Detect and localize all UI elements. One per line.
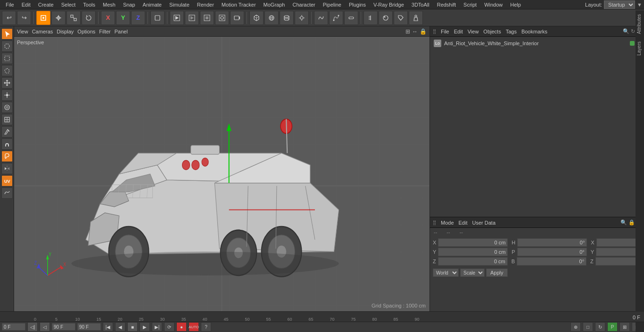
- om-view-menu[interactable]: View: [468, 29, 479, 34]
- pointer-tool-button[interactable]: [1, 28, 13, 40]
- move-tool-tl-button[interactable]: ⊕: [570, 322, 581, 332]
- record-button[interactable]: ●: [176, 322, 187, 332]
- spline-button[interactable]: [314, 11, 328, 25]
- start-frame-input[interactable]: [2, 323, 25, 331]
- nurbs-button[interactable]: [329, 11, 343, 25]
- menu-pipeline[interactable]: Pipeline: [319, 0, 345, 9]
- viewport-canvas[interactable]: X Y Z Perspective Grid Spacing : 1000 cm: [14, 37, 429, 311]
- menu-animate[interactable]: Animate: [139, 0, 165, 9]
- camera-button[interactable]: [230, 11, 244, 25]
- layout-select[interactable]: Startup: [604, 0, 635, 9]
- mirror-button[interactable]: [1, 163, 13, 174]
- om-file-menu[interactable]: File: [441, 29, 449, 34]
- attr-mode-menu[interactable]: Mode: [441, 220, 454, 226]
- play-back-button[interactable]: ◀: [115, 322, 125, 332]
- om-refresh-icon[interactable]: ↻: [631, 28, 635, 34]
- attr-edit-menu[interactable]: Edit: [459, 220, 468, 226]
- z-axis-button[interactable]: Z: [131, 11, 145, 25]
- menu-create[interactable]: Create: [34, 0, 58, 9]
- light-button[interactable]: [295, 11, 309, 25]
- world-dropdown[interactable]: World Object: [433, 268, 459, 277]
- visibility-dot[interactable]: [630, 41, 635, 46]
- om-edit-menu[interactable]: Edit: [454, 29, 463, 34]
- frame-back-button[interactable]: ◁: [40, 322, 50, 332]
- menu-tools[interactable]: Tools: [79, 0, 99, 9]
- viewport-options-menu[interactable]: Options: [77, 29, 95, 34]
- menu-plugins[interactable]: Plugins: [345, 0, 370, 9]
- viewport-view-menu[interactable]: View: [17, 29, 28, 34]
- paint-button[interactable]: [1, 151, 13, 162]
- rect-selection-button[interactable]: [1, 53, 13, 64]
- apply-button[interactable]: Apply: [486, 268, 508, 277]
- config-icon[interactable]: ↔: [412, 28, 418, 35]
- character-tool-button[interactable]: [409, 11, 423, 25]
- sphere-button[interactable]: [264, 11, 279, 25]
- menu-character[interactable]: Character: [289, 0, 319, 9]
- lock-icon[interactable]: 🔒: [420, 28, 427, 35]
- rot-b-input[interactable]: [517, 257, 586, 266]
- viewport-panel-menu[interactable]: Panel: [115, 29, 128, 34]
- redo-button[interactable]: ↪: [17, 11, 31, 25]
- render-settings-button[interactable]: [215, 11, 229, 25]
- om-search-icon[interactable]: 🔍: [623, 28, 629, 34]
- rot-p-input[interactable]: [517, 248, 587, 256]
- select-tool-tl-button[interactable]: □: [583, 322, 593, 332]
- scale-tool-button[interactable]: [1, 89, 13, 101]
- material-button[interactable]: [379, 11, 393, 25]
- loop-button[interactable]: ⟳: [164, 322, 174, 332]
- pos-y-input[interactable]: [438, 248, 508, 256]
- menu-motion-tracker[interactable]: Motion Tracker: [218, 0, 260, 9]
- sculpt-button[interactable]: [1, 187, 13, 199]
- menu-mesh[interactable]: Mesh: [99, 0, 119, 9]
- y-axis-button[interactable]: Y: [116, 11, 130, 25]
- render-view-button[interactable]: [185, 11, 199, 25]
- rot-h-input[interactable]: [517, 238, 587, 247]
- menu-redshift[interactable]: Redshift: [433, 0, 460, 9]
- x-axis-button[interactable]: X: [101, 11, 115, 25]
- rotate-tool-tl-button[interactable]: ↻: [595, 322, 605, 332]
- attr-userdata-menu[interactable]: User Data: [472, 220, 496, 226]
- menu-3dtoall[interactable]: 3DToAll: [408, 0, 433, 9]
- grid-tl-button[interactable]: ⊞: [619, 322, 630, 332]
- object-mode-button[interactable]: [150, 11, 165, 25]
- move-tool-button[interactable]: [1, 77, 13, 89]
- auto-key-button[interactable]: AUTO: [189, 322, 199, 332]
- layout-arrow[interactable]: ▼: [637, 2, 642, 8]
- om-objects-menu[interactable]: Objects: [483, 29, 501, 34]
- undo-button[interactable]: ↩: [2, 11, 16, 25]
- uv-button[interactable]: UV: [1, 175, 13, 186]
- rotate-button[interactable]: [82, 11, 96, 25]
- menu-select[interactable]: Select: [58, 0, 80, 9]
- menu-vray[interactable]: V-Ray Bridge: [370, 0, 408, 9]
- tag-button[interactable]: [394, 11, 408, 25]
- om-tags-menu[interactable]: Tags: [506, 29, 517, 34]
- cube-button[interactable]: [249, 11, 264, 25]
- live-selection-button[interactable]: [1, 40, 13, 52]
- render-region-button[interactable]: [170, 11, 184, 25]
- attr-search-icon[interactable]: 🔍: [620, 219, 627, 226]
- go-end-button[interactable]: ▶|: [152, 322, 162, 332]
- knife-button[interactable]: [1, 126, 13, 138]
- layers-tab[interactable]: Layers: [636, 38, 644, 59]
- preview-start-input[interactable]: [52, 323, 75, 331]
- attr-lock-icon[interactable]: 🔒: [628, 219, 635, 226]
- play-forward-button[interactable]: ▶: [140, 322, 150, 332]
- go-start-button[interactable]: |◀: [103, 322, 113, 332]
- object-list-item[interactable]: Lo Anti_Riot_Vehicle_White_Simple_Interi…: [430, 37, 644, 50]
- menu-file[interactable]: File: [2, 0, 18, 9]
- pos-z-input[interactable]: [438, 257, 508, 266]
- viewport-filter-menu[interactable]: Filter: [99, 29, 110, 34]
- transform-button[interactable]: [1, 114, 13, 125]
- move-button[interactable]: [51, 11, 66, 25]
- key-button[interactable]: ?: [201, 322, 211, 332]
- deformer-button[interactable]: [344, 11, 358, 25]
- key-mode-button[interactable]: P: [607, 322, 618, 332]
- symmetry-button[interactable]: [363, 11, 378, 25]
- menu-window[interactable]: Window: [480, 0, 506, 9]
- scale-dropdown[interactable]: Scale Size: [460, 268, 485, 277]
- play-stop-button[interactable]: ■: [127, 322, 138, 332]
- rotate-tool-button[interactable]: [1, 102, 13, 113]
- render-to-po-button[interactable]: [200, 11, 214, 25]
- preview-end-input[interactable]: [77, 323, 101, 331]
- menu-simulate[interactable]: Simulate: [165, 0, 193, 9]
